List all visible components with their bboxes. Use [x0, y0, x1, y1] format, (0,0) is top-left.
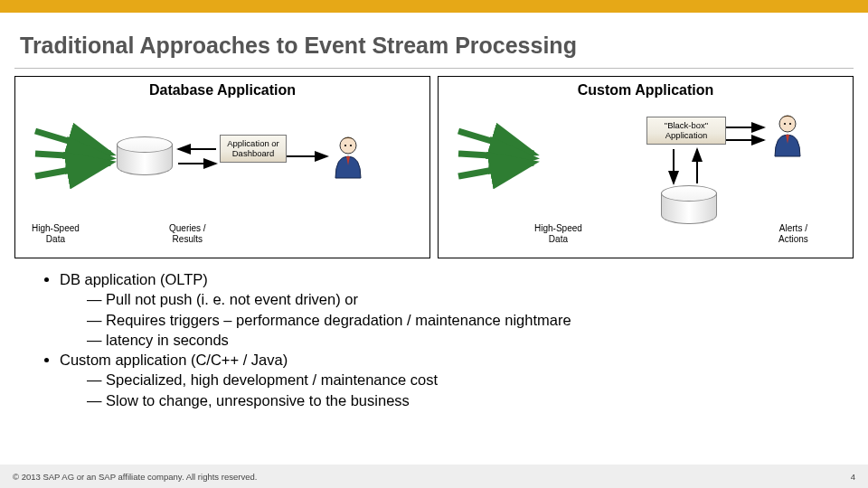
user-icon [332, 135, 373, 180]
divider [14, 68, 854, 69]
bullet-custom-item: Specialized, high development / maintena… [87, 370, 841, 389]
svg-point-17 [784, 123, 786, 125]
svg-line-0 [35, 131, 110, 154]
svg-point-7 [344, 145, 346, 146]
label-alerts-actions: Alerts / Actions [778, 223, 808, 245]
blackbox-app-box: "Black-box" Application [646, 117, 726, 145]
svg-point-8 [350, 145, 352, 146]
footer: © 2013 SAP AG or an SAP affiliate compan… [0, 465, 868, 488]
svg-line-1 [35, 154, 110, 158]
svg-point-16 [779, 116, 796, 132]
svg-line-9 [458, 131, 533, 154]
label-queries-results: Queries / Results [169, 223, 206, 245]
bullet-custom-title: Custom application (C/C++ / Java) [60, 352, 288, 368]
accent-bar [0, 0, 868, 13]
app-dashboard-box: Application or Dashboard [220, 135, 287, 163]
database-icon [117, 136, 171, 174]
panel-database-application: Database Application Application or Dash… [14, 76, 430, 258]
svg-point-18 [789, 123, 791, 125]
label-high-speed-data: High-Speed Data [534, 223, 582, 245]
svg-line-2 [35, 163, 110, 176]
svg-line-11 [458, 163, 533, 176]
page-title: Traditional Approaches to Event Stream P… [20, 33, 868, 59]
bullet-db-item: Pull not push (i. e. not event driven) o… [87, 289, 841, 309]
svg-point-6 [340, 137, 356, 154]
copyright-text: © 2013 SAP AG or an SAP affiliate compan… [13, 472, 257, 482]
bullet-db-item: latency in seconds [87, 330, 841, 350]
database-icon [661, 185, 715, 223]
bullet-db-item: Requires triggers – performance degradat… [87, 310, 841, 330]
panel-custom-application: Custom Application "Black-box" Applicati… [438, 76, 854, 258]
bullet-db-title: DB application (OLTP) [60, 271, 208, 287]
bullet-custom-item: Slow to change, unresponsive to the busi… [87, 390, 841, 410]
diagram-panels: Database Application Application or Dash… [14, 76, 854, 258]
label-high-speed-data: High-Speed Data [32, 223, 80, 245]
svg-line-10 [458, 154, 533, 158]
bullet-list: DB application (OLTP) Pull not push (i. … [36, 269, 841, 410]
page-number: 4 [851, 472, 855, 482]
user-icon [771, 113, 813, 158]
